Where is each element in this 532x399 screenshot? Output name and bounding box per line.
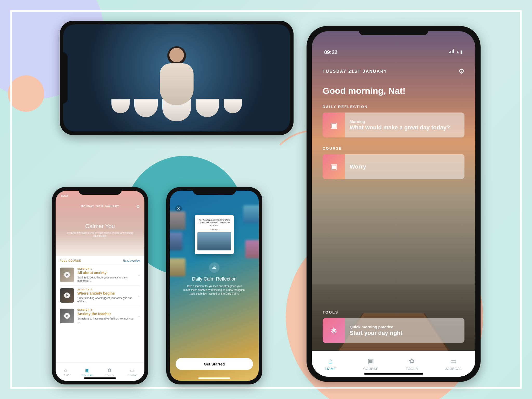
reflection-title: Daily Calm Reflection	[176, 276, 252, 282]
lotus-icon: ✿	[409, 357, 415, 365]
bg-blob-peach-small	[8, 75, 44, 112]
signal-icon	[449, 49, 454, 53]
thumb-blur	[170, 258, 185, 276]
play-icon[interactable]	[60, 309, 74, 323]
lotus-icon	[323, 318, 345, 343]
section-label-full-course: FULL COURSE	[60, 259, 81, 262]
tab-tools[interactable]: ✿TOOLS	[105, 367, 114, 377]
journal-icon: ▭	[450, 357, 457, 365]
daily-sub: Morning	[350, 119, 450, 124]
tab-home[interactable]: ⌂HOME	[62, 367, 69, 376]
quote-card[interactable]: True healing is not the fixing of the br…	[195, 215, 234, 254]
statusbar-time: 15:52	[61, 194, 68, 197]
statusbar: 09:22 ▴ ▮	[323, 49, 464, 55]
daily-reflection-card[interactable]: ▣ Morning What would make a great day to…	[323, 112, 464, 137]
instructor-figure	[156, 48, 197, 105]
thumb-blur	[170, 211, 185, 230]
quote-text: True healing is not the fixing of the br…	[197, 219, 231, 227]
section-label-tools: TOOLS	[323, 310, 464, 314]
tab-course[interactable]: ▣COURSE	[363, 357, 378, 371]
thumb-blur	[243, 205, 259, 223]
session-desc: Understanding what triggers your anxiety…	[77, 296, 135, 303]
session-number: SESSION 3	[77, 309, 135, 311]
wifi-icon: ▴	[457, 50, 459, 54]
session-number: SESSION 1	[77, 268, 135, 270]
statusbar-right: ▴ ▮	[449, 49, 463, 55]
session-title: Anxiety the teacher	[77, 312, 135, 316]
thumb-blur	[170, 232, 182, 250]
phone-home: 09:22 ▴ ▮ TUESDAY 21ST JANUARY ⚙ Good mo…	[307, 26, 481, 382]
quote-image	[197, 232, 231, 250]
tools-sub: Quick morning practice	[350, 325, 402, 329]
thumb-blur	[245, 240, 259, 258]
chevron-down-icon[interactable]: ⌄	[138, 294, 140, 297]
tab-journal[interactable]: ▭JOURNAL	[126, 367, 138, 377]
tab-bar: ⌂HOME ▣COURSE ✿TOOLS ▭JOURNAL	[312, 351, 475, 377]
course-card[interactable]: ▣ Worry	[323, 154, 464, 179]
session-number: SESSION 2	[77, 288, 135, 291]
daily-title: What would make a great day today?	[350, 124, 450, 131]
chevron-down-icon[interactable]: ⌄	[138, 314, 140, 318]
session-row[interactable]: SESSION 1 All about anxiety It's time to…	[60, 265, 140, 285]
greeting: Good morning, Nat!	[323, 86, 464, 96]
session-desc: It's time to get to know your anxiety. A…	[77, 276, 135, 283]
sunrise-icon	[209, 262, 220, 273]
phone-course: 15:52 MONDAY 20TH JANUARY ⚙ Calmer You B…	[52, 187, 148, 384]
play-icon[interactable]	[60, 288, 74, 303]
header-date: TUESDAY 21ST JANUARY	[323, 69, 387, 74]
tools-title: Start your day right	[350, 330, 402, 336]
session-row[interactable]: SESSION 2 Where anxiety begins Understan…	[60, 285, 140, 306]
course-title: Worry	[350, 163, 366, 170]
home-icon: ⌂	[329, 357, 333, 365]
tab-course[interactable]: ▣COURSE	[82, 367, 93, 377]
battery-icon: ▮	[460, 50, 463, 54]
statusbar-time: 09:22	[324, 49, 337, 55]
course-title: Calmer You	[56, 223, 144, 230]
tab-tools[interactable]: ✿TOOLS	[406, 357, 418, 371]
chevron-down-icon[interactable]: ⌄	[138, 273, 140, 277]
settings-icon[interactable]: ⚙	[136, 204, 140, 209]
session-title: Where anxiety begins	[77, 291, 135, 295]
section-label-course: COURSE	[323, 146, 464, 150]
calendar-icon: ▣	[85, 367, 90, 373]
session-desc: It's natural to have negative feelings t…	[77, 317, 135, 324]
tab-home[interactable]: ⌂HOME	[325, 357, 336, 371]
calendar-icon: ▣	[323, 154, 345, 179]
quote-author: Jeff Foster	[197, 228, 231, 230]
get-started-button[interactable]: Get Started	[176, 358, 253, 370]
phone-landscape-video	[60, 21, 294, 135]
calendar-icon: ▣	[323, 112, 345, 137]
play-icon[interactable]	[60, 268, 74, 282]
phone-daily-reflection: ✕ True healing is not the fixing of the …	[166, 187, 262, 384]
lotus-icon: ✿	[108, 367, 112, 373]
reflection-desc: Take a moment for yourself and strengthe…	[182, 284, 247, 296]
session-row[interactable]: SESSION 3 Anxiety the teacher It's natur…	[60, 306, 140, 326]
sound-bath-video[interactable]	[63, 24, 290, 131]
journal-icon: ▭	[130, 367, 135, 373]
calendar-icon: ▣	[368, 357, 374, 365]
tab-journal[interactable]: ▭JOURNAL	[445, 357, 462, 371]
read-overview-link[interactable]: Read overview	[123, 259, 140, 262]
session-title: All about anxiety	[77, 271, 135, 275]
course-subtitle: Be guided through a step by step course …	[64, 231, 136, 238]
home-icon: ⌂	[64, 367, 67, 373]
course-header: 15:52 MONDAY 20TH JANUARY ⚙ Calmer You B…	[56, 191, 144, 256]
tools-card[interactable]: Quick morning practice Start your day ri…	[323, 318, 464, 343]
settings-icon[interactable]: ⚙	[458, 67, 464, 75]
section-label-daily: DAILY REFLECTION	[323, 105, 464, 109]
close-icon[interactable]: ✕	[175, 205, 182, 212]
header-date: MONDAY 20TH JANUARY	[56, 205, 144, 208]
